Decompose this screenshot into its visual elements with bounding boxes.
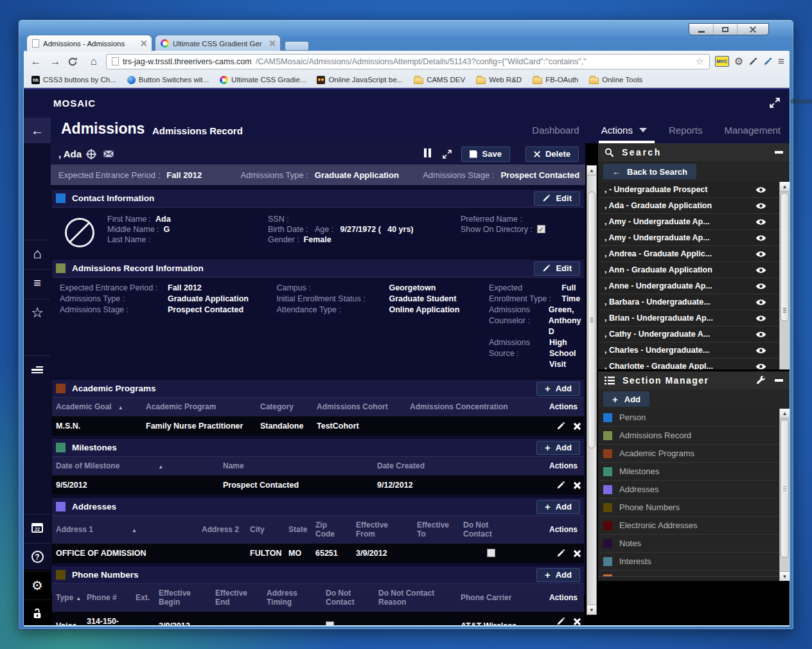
column-header[interactable]: Effective End bbox=[211, 584, 263, 612]
back-button[interactable]: ← bbox=[29, 55, 43, 68]
add-button[interactable]: +Add bbox=[536, 568, 580, 582]
tab-close-icon[interactable] bbox=[141, 40, 146, 46]
add-button[interactable]: +Add bbox=[536, 500, 580, 514]
eye-icon[interactable] bbox=[755, 331, 766, 338]
section-add-button[interactable]: + Add bbox=[603, 391, 649, 407]
fullscreen-expand-icon[interactable] bbox=[769, 97, 781, 109]
tab-close-icon[interactable] bbox=[269, 40, 275, 46]
target-icon[interactable] bbox=[87, 150, 96, 159]
search-result-item[interactable]: , Barbara - Undergraduate... bbox=[598, 294, 779, 310]
column-header[interactable]: Address 2 bbox=[198, 516, 246, 544]
edit-row-icon[interactable] bbox=[556, 422, 565, 431]
column-header[interactable]: City bbox=[246, 516, 285, 544]
edit-row-icon[interactable] bbox=[556, 481, 565, 490]
forward-button[interactable]: → bbox=[48, 55, 62, 68]
search-result-item[interactable]: , Amy - Undergraduate Ap... bbox=[598, 214, 779, 230]
chrome-menu-button[interactable]: ≡ bbox=[778, 55, 784, 68]
tab-gradient-generator[interactable]: Ultimate CSS Gradient Ger bbox=[155, 35, 281, 51]
column-header[interactable]: Admissions Concentration bbox=[406, 398, 534, 416]
scrollbar-thumb[interactable] bbox=[588, 191, 596, 449]
column-header[interactable]: Name bbox=[219, 457, 373, 476]
bookmark-item[interactable]: FB-OAuth bbox=[533, 76, 578, 84]
wrench-icon[interactable] bbox=[756, 376, 766, 386]
scroll-up-arrow[interactable]: ▲ bbox=[587, 166, 596, 175]
collapse-icon[interactable] bbox=[775, 379, 783, 382]
section-manager-item[interactable]: Notes bbox=[598, 535, 779, 553]
nav-management[interactable]: Management bbox=[724, 125, 781, 136]
column-header[interactable]: State bbox=[285, 516, 312, 544]
new-tab-button[interactable] bbox=[285, 41, 309, 51]
column-header[interactable]: Phone Carrier bbox=[457, 584, 524, 612]
close-button[interactable] bbox=[737, 24, 768, 35]
maximize-button[interactable] bbox=[713, 24, 737, 35]
eye-icon[interactable] bbox=[755, 283, 766, 290]
expand-record-icon[interactable] bbox=[442, 149, 452, 159]
column-header[interactable]: Do Not Contact bbox=[459, 516, 522, 544]
column-header[interactable]: Type▲ bbox=[52, 584, 83, 612]
bookmark-star-icon[interactable]: ☆ bbox=[695, 56, 703, 67]
section-manager-scrollbar[interactable]: ▲ ▼ bbox=[779, 409, 790, 581]
table-row[interactable]: M.S.N. Family Nurse Practitioner Standal… bbox=[52, 416, 584, 436]
scrollbar-thumb[interactable] bbox=[781, 420, 789, 558]
table-row[interactable]: 9/5/2012 Prospect Contacted 9/12/2012 bbox=[52, 476, 584, 495]
section-manager-item[interactable]: Milestones bbox=[598, 463, 779, 481]
eyedropper-extension-icon[interactable] bbox=[748, 57, 758, 66]
section-manager-item[interactable] bbox=[598, 571, 779, 577]
eye-icon[interactable] bbox=[755, 299, 766, 306]
bookmark-item[interactable]: Online Tools bbox=[589, 76, 642, 84]
reload-button[interactable] bbox=[67, 57, 82, 67]
save-button[interactable]: Save bbox=[461, 147, 510, 162]
sidebar-item-settings[interactable]: ⚙ bbox=[24, 571, 51, 598]
scrollbar-thumb[interactable] bbox=[781, 193, 789, 321]
do-not-contact-checkbox[interactable] bbox=[326, 621, 334, 625]
edit-button[interactable]: Edit bbox=[534, 191, 580, 206]
section-manager-item[interactable]: Admissions Record bbox=[598, 427, 779, 445]
column-header[interactable]: Effective Begin bbox=[155, 584, 211, 612]
search-result-item[interactable]: , - Undergraduate Prospect bbox=[598, 182, 779, 198]
edit-row-icon[interactable] bbox=[556, 617, 565, 625]
eye-icon[interactable] bbox=[755, 202, 766, 209]
delete-button[interactable]: Delete bbox=[525, 147, 579, 162]
section-manager-item[interactable]: Academic Programs bbox=[598, 445, 779, 463]
eye-icon[interactable] bbox=[755, 267, 766, 274]
eye-icon[interactable] bbox=[755, 315, 766, 322]
column-header[interactable]: Date of Milestone▲ bbox=[52, 457, 219, 476]
column-header[interactable]: Do Not Contact Reason bbox=[375, 584, 457, 612]
tab-admissions[interactable]: Admissions - Admissions bbox=[26, 35, 152, 51]
main-scrollbar[interactable]: ▲ ▼ bbox=[587, 165, 597, 615]
back-to-search-button[interactable]: ← Back to Search bbox=[603, 164, 696, 179]
eye-icon[interactable] bbox=[755, 251, 766, 258]
delete-row-icon[interactable] bbox=[573, 423, 580, 430]
sidebar-item-outline[interactable] bbox=[24, 355, 51, 382]
column-header[interactable]: Address 1▲ bbox=[52, 516, 198, 544]
nav-reports[interactable]: Reports bbox=[669, 125, 703, 136]
sidebar-item-home[interactable]: ⌂ bbox=[24, 240, 51, 267]
scroll-down-arrow[interactable]: ▼ bbox=[587, 605, 596, 614]
search-result-item[interactable]: , Ann - Graduate Application bbox=[598, 262, 779, 278]
nav-dashboard[interactable]: Dashboard bbox=[532, 125, 579, 136]
collapse-icon[interactable] bbox=[775, 151, 783, 154]
column-header[interactable]: Phone # bbox=[83, 584, 132, 612]
mvc-extension-badge[interactable]: MVC bbox=[715, 56, 729, 67]
search-result-item[interactable]: , Charlotte - Graduate Appl... bbox=[598, 359, 779, 369]
edit-button[interactable]: Edit bbox=[534, 262, 580, 276]
minimize-button[interactable] bbox=[689, 24, 713, 35]
column-header[interactable]: Date Created bbox=[373, 457, 521, 476]
bookmark-item[interactable]: CAMS DEV bbox=[414, 76, 465, 84]
sidebar-item-favorites[interactable]: ☆ bbox=[24, 299, 51, 326]
bookmark-item[interactable]: Ultimate CSS Gradie... bbox=[220, 76, 306, 84]
section-manager-item[interactable]: Interests bbox=[598, 553, 779, 571]
search-scrollbar[interactable]: ▲ bbox=[779, 182, 790, 369]
column-header[interactable]: Admissions Cohort bbox=[313, 398, 406, 416]
bookmark-item[interactable]: Web R&D bbox=[476, 76, 522, 84]
search-result-item[interactable]: , Charles - Undergraduate... bbox=[598, 342, 779, 359]
column-header[interactable]: Academic Goal▲ bbox=[52, 398, 142, 416]
delete-row-icon[interactable] bbox=[573, 550, 580, 557]
add-button[interactable]: +Add bbox=[536, 441, 580, 455]
search-result-item[interactable]: , Amy - Undergraduate Ap... bbox=[598, 230, 779, 246]
column-header[interactable]: Do Not Contact bbox=[322, 584, 375, 612]
section-manager-item[interactable]: Addresses bbox=[598, 481, 779, 499]
do-not-contact-checkbox[interactable] bbox=[487, 549, 495, 557]
back-navigation-button[interactable]: ← bbox=[24, 118, 51, 143]
show-on-directory-checkbox[interactable] bbox=[537, 225, 545, 233]
